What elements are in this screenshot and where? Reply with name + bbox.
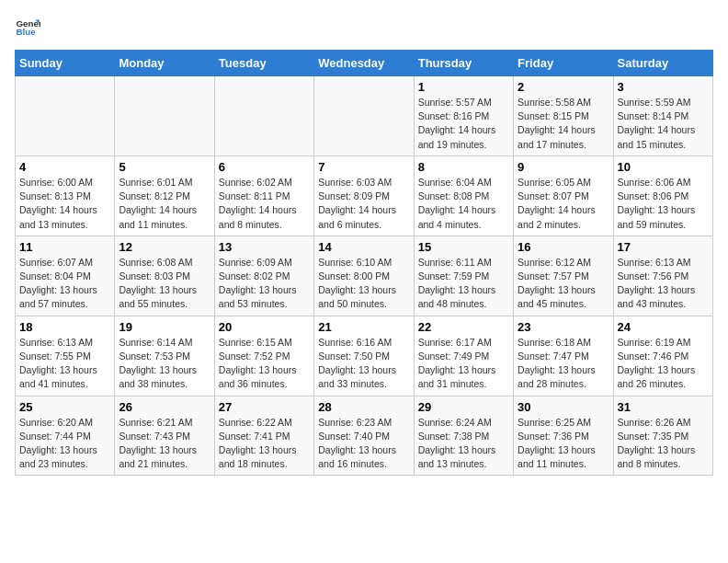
day-info: Sunrise: 6:13 AM Sunset: 7:55 PM Dayligh…	[19, 336, 110, 392]
calendar-cell: 2Sunrise: 5:58 AM Sunset: 8:15 PM Daylig…	[514, 76, 613, 156]
calendar-cell: 6Sunrise: 6:02 AM Sunset: 8:11 PM Daylig…	[214, 155, 313, 236]
day-number: 24	[618, 320, 709, 334]
day-number: 3	[618, 80, 709, 94]
svg-text:Blue: Blue	[16, 27, 36, 37]
col-header-thursday: Thursday	[414, 51, 513, 76]
calendar-week-row: 4Sunrise: 6:00 AM Sunset: 8:13 PM Daylig…	[16, 155, 713, 236]
col-header-saturday: Saturday	[613, 51, 712, 76]
day-info: Sunrise: 6:07 AM Sunset: 8:04 PM Dayligh…	[19, 256, 110, 312]
calendar-cell: 24Sunrise: 6:19 AM Sunset: 7:46 PM Dayli…	[613, 316, 712, 396]
day-info: Sunrise: 6:09 AM Sunset: 8:02 PM Dayligh…	[219, 256, 310, 312]
day-number: 27	[219, 400, 310, 414]
day-info: Sunrise: 6:18 AM Sunset: 7:47 PM Dayligh…	[518, 336, 609, 392]
calendar-cell	[214, 76, 313, 156]
day-number: 30	[518, 400, 609, 414]
day-info: Sunrise: 6:17 AM Sunset: 7:49 PM Dayligh…	[418, 336, 509, 392]
day-number: 15	[418, 240, 509, 254]
day-info: Sunrise: 6:05 AM Sunset: 8:07 PM Dayligh…	[518, 176, 609, 232]
calendar-cell: 28Sunrise: 6:23 AM Sunset: 7:40 PM Dayli…	[314, 396, 414, 476]
day-number: 19	[119, 320, 210, 334]
calendar-cell	[314, 76, 414, 156]
day-info: Sunrise: 6:11 AM Sunset: 7:59 PM Dayligh…	[418, 256, 509, 312]
day-number: 8	[418, 160, 509, 174]
day-info: Sunrise: 6:03 AM Sunset: 8:09 PM Dayligh…	[318, 176, 409, 232]
calendar-cell: 7Sunrise: 6:03 AM Sunset: 8:09 PM Daylig…	[314, 155, 414, 236]
col-header-wednesday: Wednesday	[314, 51, 414, 76]
calendar-cell	[16, 76, 115, 156]
day-number: 26	[119, 400, 210, 414]
calendar-cell: 18Sunrise: 6:13 AM Sunset: 7:55 PM Dayli…	[16, 316, 115, 396]
col-header-sunday: Sunday	[16, 51, 115, 76]
calendar-cell: 30Sunrise: 6:25 AM Sunset: 7:36 PM Dayli…	[514, 396, 613, 476]
day-number: 29	[418, 400, 509, 414]
calendar-cell: 19Sunrise: 6:14 AM Sunset: 7:53 PM Dayli…	[115, 316, 214, 396]
calendar-cell: 29Sunrise: 6:24 AM Sunset: 7:38 PM Dayli…	[414, 396, 513, 476]
calendar-cell: 13Sunrise: 6:09 AM Sunset: 8:02 PM Dayli…	[214, 236, 313, 316]
day-number: 2	[518, 80, 609, 94]
day-info: Sunrise: 6:14 AM Sunset: 7:53 PM Dayligh…	[119, 336, 210, 392]
day-info: Sunrise: 6:24 AM Sunset: 7:38 PM Dayligh…	[418, 416, 509, 472]
day-number: 12	[119, 240, 210, 254]
calendar-cell: 10Sunrise: 6:06 AM Sunset: 8:06 PM Dayli…	[613, 155, 712, 236]
day-number: 10	[618, 160, 709, 174]
col-header-tuesday: Tuesday	[214, 51, 313, 76]
day-info: Sunrise: 6:15 AM Sunset: 7:52 PM Dayligh…	[219, 336, 310, 392]
day-info: Sunrise: 6:23 AM Sunset: 7:40 PM Dayligh…	[318, 416, 409, 472]
day-info: Sunrise: 6:00 AM Sunset: 8:13 PM Dayligh…	[19, 176, 110, 232]
day-info: Sunrise: 5:58 AM Sunset: 8:15 PM Dayligh…	[518, 96, 609, 152]
calendar-week-row: 11Sunrise: 6:07 AM Sunset: 8:04 PM Dayli…	[16, 236, 713, 316]
day-number: 20	[219, 320, 310, 334]
calendar-header-row: SundayMondayTuesdayWednesdayThursdayFrid…	[16, 51, 713, 76]
day-number: 7	[318, 160, 409, 174]
calendar-cell: 16Sunrise: 6:12 AM Sunset: 7:57 PM Dayli…	[514, 236, 613, 316]
calendar-cell: 21Sunrise: 6:16 AM Sunset: 7:50 PM Dayli…	[314, 316, 414, 396]
day-number: 28	[318, 400, 409, 414]
calendar-cell: 25Sunrise: 6:20 AM Sunset: 7:44 PM Dayli…	[16, 396, 115, 476]
calendar-cell: 31Sunrise: 6:26 AM Sunset: 7:35 PM Dayli…	[613, 396, 712, 476]
day-info: Sunrise: 6:12 AM Sunset: 7:57 PM Dayligh…	[518, 256, 609, 312]
day-number: 4	[19, 160, 110, 174]
day-info: Sunrise: 6:10 AM Sunset: 8:00 PM Dayligh…	[318, 256, 409, 312]
day-info: Sunrise: 6:04 AM Sunset: 8:08 PM Dayligh…	[418, 176, 509, 232]
calendar-cell: 27Sunrise: 6:22 AM Sunset: 7:41 PM Dayli…	[214, 396, 313, 476]
day-info: Sunrise: 6:21 AM Sunset: 7:43 PM Dayligh…	[119, 416, 210, 472]
col-header-monday: Monday	[115, 51, 214, 76]
day-info: Sunrise: 6:16 AM Sunset: 7:50 PM Dayligh…	[318, 336, 409, 392]
day-info: Sunrise: 6:22 AM Sunset: 7:41 PM Dayligh…	[219, 416, 310, 472]
day-number: 25	[19, 400, 110, 414]
calendar-table: SundayMondayTuesdayWednesdayThursdayFrid…	[15, 50, 713, 476]
calendar-week-row: 1Sunrise: 5:57 AM Sunset: 8:16 PM Daylig…	[16, 76, 713, 156]
day-info: Sunrise: 6:02 AM Sunset: 8:11 PM Dayligh…	[219, 176, 310, 232]
day-number: 5	[119, 160, 210, 174]
calendar-cell: 8Sunrise: 6:04 AM Sunset: 8:08 PM Daylig…	[414, 155, 513, 236]
calendar-cell: 12Sunrise: 6:08 AM Sunset: 8:03 PM Dayli…	[115, 236, 214, 316]
calendar-cell: 1Sunrise: 5:57 AM Sunset: 8:16 PM Daylig…	[414, 76, 513, 156]
calendar-cell: 5Sunrise: 6:01 AM Sunset: 8:12 PM Daylig…	[115, 155, 214, 236]
day-info: Sunrise: 5:57 AM Sunset: 8:16 PM Dayligh…	[418, 96, 509, 152]
day-number: 18	[19, 320, 110, 334]
calendar-cell: 22Sunrise: 6:17 AM Sunset: 7:49 PM Dayli…	[414, 316, 513, 396]
day-info: Sunrise: 6:13 AM Sunset: 7:56 PM Dayligh…	[618, 256, 709, 312]
day-number: 9	[518, 160, 609, 174]
day-number: 13	[219, 240, 310, 254]
day-number: 16	[518, 240, 609, 254]
calendar-cell: 20Sunrise: 6:15 AM Sunset: 7:52 PM Dayli…	[214, 316, 313, 396]
calendar-cell	[115, 76, 214, 156]
day-number: 17	[618, 240, 709, 254]
day-info: Sunrise: 6:01 AM Sunset: 8:12 PM Dayligh…	[119, 176, 210, 232]
logo: General Blue	[15, 15, 40, 40]
calendar-cell: 4Sunrise: 6:00 AM Sunset: 8:13 PM Daylig…	[16, 155, 115, 236]
calendar-cell: 15Sunrise: 6:11 AM Sunset: 7:59 PM Dayli…	[414, 236, 513, 316]
day-info: Sunrise: 6:19 AM Sunset: 7:46 PM Dayligh…	[618, 336, 709, 392]
day-number: 22	[418, 320, 509, 334]
day-info: Sunrise: 6:25 AM Sunset: 7:36 PM Dayligh…	[518, 416, 609, 472]
day-number: 23	[518, 320, 609, 334]
calendar-week-row: 25Sunrise: 6:20 AM Sunset: 7:44 PM Dayli…	[16, 396, 713, 476]
day-number: 14	[318, 240, 409, 254]
day-info: Sunrise: 5:59 AM Sunset: 8:14 PM Dayligh…	[618, 96, 709, 152]
day-info: Sunrise: 6:20 AM Sunset: 7:44 PM Dayligh…	[19, 416, 110, 472]
day-number: 21	[318, 320, 409, 334]
day-number: 1	[418, 80, 509, 94]
day-info: Sunrise: 6:06 AM Sunset: 8:06 PM Dayligh…	[618, 176, 709, 232]
calendar-week-row: 18Sunrise: 6:13 AM Sunset: 7:55 PM Dayli…	[16, 316, 713, 396]
